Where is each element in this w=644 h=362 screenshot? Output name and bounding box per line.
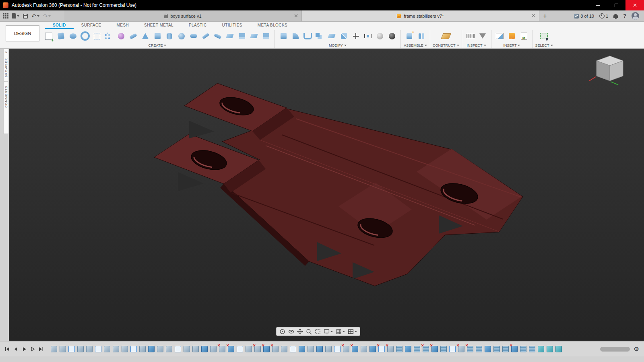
inspect-group-label[interactable]: INSPECT [466,43,486,47]
free-orbit-icon[interactable] [278,327,287,335]
timeline-feature[interactable] [343,346,349,352]
press-pull-icon[interactable] [277,30,289,42]
timeline-feature[interactable] [538,346,544,352]
timeline-feature[interactable] [511,346,518,352]
insert-svg-icon[interactable] [506,30,518,42]
timeline-feature[interactable] [113,346,119,352]
timeline-feature[interactable] [95,346,101,352]
box-icon[interactable] [151,30,163,42]
go-to-end-button[interactable] [37,346,45,353]
section-analysis-icon[interactable] [477,30,489,42]
fillet-icon[interactable] [289,30,301,42]
timeline-feature[interactable] [361,346,367,352]
close-tab-icon[interactable] [531,14,535,18]
timeline-feature[interactable] [175,346,181,352]
ribbon-tab-surface[interactable]: SURFACE [74,22,109,29]
timeline-feature[interactable] [431,346,438,352]
timeline-feature[interactable] [440,346,447,352]
redo-button[interactable]: ↷ [43,13,51,19]
timeline-feature[interactable] [485,346,491,352]
timeline-feature[interactable] [308,346,314,352]
boundary-fill-icon[interactable] [236,30,248,42]
timeline-feature[interactable] [369,346,376,352]
sphere-icon[interactable] [175,30,188,42]
help-button[interactable]: ? [623,13,626,19]
timeline-feature[interactable] [104,346,110,352]
offset-face-icon[interactable] [326,30,338,42]
pipe-icon[interactable] [212,30,224,42]
ribbon-tab-utilities[interactable]: UTILITIES [215,22,250,29]
timeline-scrollbar[interactable] [600,347,630,352]
torus-icon[interactable] [188,30,200,42]
physical-material-icon[interactable] [374,30,386,42]
shell-icon[interactable] [301,30,314,42]
timeline-feature[interactable] [290,346,296,352]
timeline-feature[interactable] [502,346,509,352]
construct-plane-icon[interactable] [440,30,452,42]
timeline-feature[interactable] [467,346,473,352]
timeline-feature[interactable] [458,346,464,352]
pattern-icon[interactable] [260,30,272,42]
timeline-feature[interactable] [299,346,305,352]
maximize-button[interactable] [607,0,625,10]
timeline-feature[interactable] [529,346,535,352]
ruled-surface-icon[interactable] [248,30,260,42]
trial-counter[interactable]: 8 of 10 [574,14,594,19]
timeline-feature[interactable] [237,346,243,352]
timeline-feature[interactable] [493,346,500,352]
timeline-feature[interactable] [228,346,234,352]
minimize-button[interactable] [588,0,607,10]
cylinder-icon[interactable] [163,30,175,42]
file-menu-button[interactable] [12,13,19,19]
timeline-feature[interactable] [449,346,456,352]
timeline-feature[interactable] [387,346,394,352]
timeline-feature[interactable] [60,346,66,352]
create-sketch-icon[interactable] [43,30,55,42]
timeline-feature[interactable] [68,346,75,352]
timeline-feature[interactable] [77,346,84,352]
timeline-feature[interactable] [396,346,402,352]
workspace-selector[interactable]: DESIGN [6,25,39,41]
doc-tab-boys-surface[interactable]: boys surface v1 [64,10,302,21]
timeline-feature[interactable] [316,346,323,352]
notifications-button[interactable] [613,14,618,18]
timeline-feature[interactable] [130,346,137,352]
new-tab-button[interactable]: + [539,10,551,21]
close-button[interactable] [625,0,644,10]
joint-icon[interactable] [415,30,427,42]
timeline-feature[interactable] [192,346,199,352]
timeline-feature[interactable] [405,346,411,352]
loft-icon[interactable] [139,30,151,42]
coil-icon[interactable] [200,30,212,42]
timeline-feature[interactable] [254,346,261,352]
move-copy-icon[interactable] [350,30,362,42]
insert-canvas-icon[interactable] [494,30,506,42]
extrude-icon[interactable] [55,30,67,42]
display-settings-icon[interactable] [322,327,334,335]
timeline-feature[interactable] [86,346,93,352]
look-at-icon[interactable] [287,327,295,335]
assemble-group-label[interactable]: ASSEMBLE [404,43,427,47]
step-forward-button[interactable] [29,346,36,353]
ribbon-tab-mesh[interactable]: MESH [109,22,137,29]
panel-comments[interactable]: COMMENTS [4,86,8,108]
user-avatar[interactable] [632,12,639,20]
modify-group-label[interactable]: MODIFY [329,43,347,47]
align-icon[interactable] [362,30,374,42]
pan-icon[interactable] [296,327,304,335]
zoom-icon[interactable] [305,327,313,335]
timeline-settings-gear-icon[interactable]: ⚙ [634,346,639,352]
ribbon-tab-meta-blocks[interactable]: META BLOCKS [250,22,295,29]
timeline-feature[interactable] [520,346,526,352]
timeline-feature[interactable] [272,346,279,352]
model-3d[interactable] [9,49,644,341]
doc-tab-frame-stabilisers[interactable]: frame stabilisers v7* [302,10,539,21]
thicken-icon[interactable] [224,30,236,42]
timeline-feature[interactable] [414,346,420,352]
ribbon-tab-solid[interactable]: SOLID [45,22,74,29]
insert-mcmaster-icon[interactable] [518,30,530,42]
model-viewport[interactable] [9,49,644,341]
timeline-feature[interactable] [148,346,155,352]
grid-settings-icon[interactable] [334,327,346,335]
view-cube[interactable] [588,53,632,93]
